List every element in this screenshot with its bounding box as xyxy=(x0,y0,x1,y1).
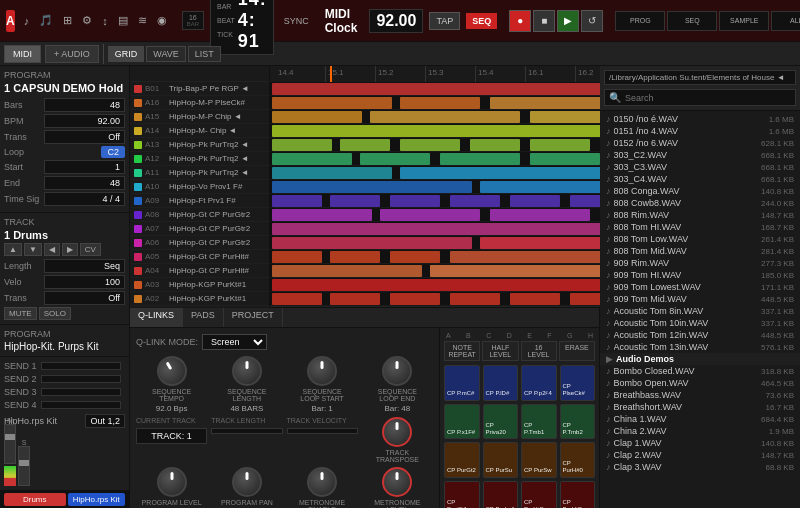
clip[interactable] xyxy=(272,139,332,151)
grid-row[interactable] xyxy=(270,292,600,306)
loop-value[interactable]: C2 xyxy=(101,146,125,158)
mute-button[interactable]: MUTE xyxy=(4,307,37,320)
stop-button[interactable]: ■ xyxy=(533,10,555,32)
current-track-val[interactable]: TRACK: 1 xyxy=(136,428,207,444)
file-row[interactable]: ♪ Breathshort.WAV 16.7 KB xyxy=(600,401,800,413)
file-row[interactable]: ♪ Clap 3.WAV 68.8 KB xyxy=(600,461,800,473)
clip[interactable] xyxy=(400,167,600,179)
clip[interactable] xyxy=(272,293,322,305)
grid-row[interactable] xyxy=(270,194,600,208)
track-transpose-knob[interactable] xyxy=(382,417,412,447)
track-row[interactable]: A05 HipHop-Gt CP PurHit# xyxy=(130,250,269,264)
meter-icon[interactable]: ▤ xyxy=(115,12,131,29)
velo-value[interactable]: 100 xyxy=(44,275,125,289)
grid-icon[interactable]: ⊞ xyxy=(60,12,75,29)
clip[interactable] xyxy=(480,181,600,193)
clip[interactable] xyxy=(380,209,480,221)
grid-row[interactable] xyxy=(270,278,600,292)
grid-row[interactable] xyxy=(270,250,600,264)
settings-icon[interactable]: ⚙ xyxy=(79,12,95,29)
start-value[interactable]: 1 xyxy=(44,160,125,174)
grid-row[interactable] xyxy=(270,264,600,278)
cv-btn[interactable]: CV xyxy=(80,243,101,256)
track-row[interactable]: A10 HipHop-Vo Prov1 F# xyxy=(130,180,269,194)
sub-fader[interactable] xyxy=(18,446,30,486)
pad-button[interactable]: CP P.x1F# xyxy=(444,404,480,440)
file-row[interactable]: ♪ Acoustic Tom 8in.WAV 337.1 KB xyxy=(600,305,800,317)
audio-icon[interactable]: 🎵 xyxy=(36,12,56,29)
pad-button[interactable]: CP PurHtQ xyxy=(521,481,557,509)
file-row[interactable]: ▶ Audio Demos xyxy=(600,353,800,365)
grid-row[interactable] xyxy=(270,124,600,138)
clip[interactable] xyxy=(440,153,520,165)
pad-button[interactable]: CP P.lD# xyxy=(483,365,519,401)
midi-icon[interactable]: ♪ xyxy=(21,13,33,29)
grid-row[interactable] xyxy=(270,222,600,236)
send4-bar[interactable] xyxy=(41,401,121,409)
timesig-value[interactable]: 4 / 4 xyxy=(44,192,125,206)
file-row[interactable]: ♪ Bombo Open.WAV 464.5 KB xyxy=(600,377,800,389)
pad-button[interactable]: CP PurSw xyxy=(521,442,557,478)
file-row[interactable]: ♪ 303_C4.WAV 668.1 KB xyxy=(600,173,800,185)
pad-button[interactable]: CP P.Tmb1 xyxy=(521,404,557,440)
pad-button[interactable]: CP PurH#0 xyxy=(560,442,596,478)
output-value[interactable]: Out 1,2 xyxy=(85,414,125,428)
clip[interactable] xyxy=(360,153,430,165)
clip[interactable] xyxy=(490,209,590,221)
track-up-btn[interactable]: ▲ xyxy=(4,243,22,256)
clip[interactable] xyxy=(510,195,560,207)
qlinks-tab[interactable]: Q-LINKS xyxy=(130,308,183,327)
clip[interactable] xyxy=(510,293,560,305)
metro-enable-knob[interactable] xyxy=(307,467,337,497)
clip[interactable] xyxy=(272,97,392,109)
track-trans-value[interactable]: Off xyxy=(44,291,125,305)
grid-row[interactable] xyxy=(270,138,600,152)
pads-tab[interactable]: PADS xyxy=(183,308,224,327)
track-row[interactable]: A15 HipHop-M-P Chip ◄ xyxy=(130,110,269,124)
track-row[interactable]: A03 HipHop-KGP PurKt#1 xyxy=(130,278,269,292)
pad-button[interactable]: CP PurHiQ xyxy=(560,481,596,509)
file-row[interactable]: ♪ 808 Rim.WAV 148.7 KB xyxy=(600,209,800,221)
clip[interactable] xyxy=(480,237,600,249)
project-tab[interactable]: PROJECT xyxy=(224,308,283,327)
16-level-btn[interactable]: 16LEVEL xyxy=(521,341,557,361)
clip[interactable] xyxy=(490,97,600,109)
track-row[interactable]: A11 HipHop-Pk PurTrq2 ◄ xyxy=(130,166,269,180)
clip[interactable] xyxy=(272,181,472,193)
grid-row[interactable] xyxy=(270,96,600,110)
play-button[interactable]: ▶ xyxy=(557,10,579,32)
grid-row[interactable] xyxy=(270,110,600,124)
track-row[interactable]: A02 HipHop-KGP PurKt#1 xyxy=(130,292,269,306)
midi-tab[interactable]: MIDI xyxy=(4,45,41,63)
plugin-icon[interactable]: ↕ xyxy=(99,13,111,29)
seq-button[interactable]: SEQ xyxy=(466,13,497,29)
clip[interactable] xyxy=(272,195,322,207)
track-row[interactable]: A14 HipHop-M- Chip ◄ xyxy=(130,124,269,138)
send1-bar[interactable] xyxy=(41,362,121,370)
track-right-btn[interactable]: ▶ xyxy=(62,243,78,256)
grid-row[interactable] xyxy=(270,180,600,194)
track-row[interactable]: A07 HipHop-Gt CP PurGtr2 xyxy=(130,222,269,236)
clip[interactable] xyxy=(470,139,520,151)
trans-value[interactable]: Off xyxy=(44,130,125,144)
track-row[interactable]: A13 HipHop-Pk PurTrq2 ◄ xyxy=(130,138,269,152)
track-row[interactable]: A06 HipHop-Gt CP PurGtr2 xyxy=(130,236,269,250)
file-row[interactable]: ♪ 303_C2.WAV 668.1 KB xyxy=(600,149,800,161)
clip[interactable] xyxy=(570,293,600,305)
file-row[interactable]: ♪ Acoustic Tom 12in.WAV 448.5 KB xyxy=(600,329,800,341)
tap-button[interactable]: TAP xyxy=(429,12,460,30)
clip[interactable] xyxy=(272,223,600,235)
clip[interactable] xyxy=(272,83,600,95)
clip[interactable] xyxy=(450,251,600,263)
file-row[interactable]: ♪ 0150 /no é.WAV 1.6 MB xyxy=(600,113,800,125)
file-row[interactable]: ♪ Acoustic Tom 13in.WAV 576.1 KB xyxy=(600,341,800,353)
clip[interactable] xyxy=(330,195,380,207)
search-input[interactable] xyxy=(625,93,791,103)
pad-button[interactable]: CP P.p2♯4 xyxy=(521,365,557,401)
bars-value[interactable]: 48 xyxy=(44,98,125,112)
clip[interactable] xyxy=(570,195,600,207)
clip[interactable] xyxy=(272,251,322,263)
clip[interactable] xyxy=(272,153,352,165)
track-row[interactable]: A16 HipHop-M-P PlseCk# xyxy=(130,96,269,110)
grid-row[interactable] xyxy=(270,208,600,222)
